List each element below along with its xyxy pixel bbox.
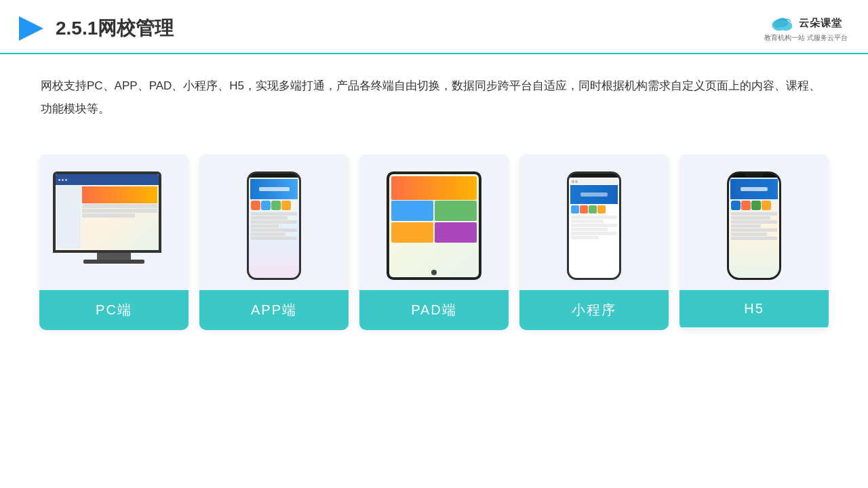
logo-cloud: 云朵课堂 xyxy=(770,14,842,32)
cloud-icon xyxy=(770,14,795,32)
card-h5-image xyxy=(679,155,829,290)
description: 网校支持PC、APP、PAD、小程序、H5，实现多端打通，产品各终端自由切换，数… xyxy=(0,54,868,134)
tablet-mockup xyxy=(387,171,481,280)
card-pad-image xyxy=(359,155,509,290)
svg-marker-0 xyxy=(19,16,43,41)
description-text: 网校支持PC、APP、PAD、小程序、H5，实现多端打通，产品各终端自由切换，数… xyxy=(41,75,827,121)
card-app: APP端 xyxy=(199,155,349,330)
card-miniapp-image xyxy=(519,155,669,290)
page-title: 2.5.1网校管理 xyxy=(56,16,174,41)
card-pc-label: PC端 xyxy=(39,290,189,330)
play-icon xyxy=(14,12,46,45)
header: 2.5.1网校管理 云朵课堂 教育机构一站 式服务云平台 xyxy=(0,0,868,54)
card-miniapp-label: 小程序 xyxy=(519,290,669,330)
logo-text: 云朵课堂 xyxy=(799,17,842,30)
phone-mockup-h5 xyxy=(727,171,781,280)
card-pc: PC端 xyxy=(39,155,189,330)
logo-area: 云朵课堂 教育机构一站 式服务云平台 xyxy=(764,14,848,43)
card-pad-label: PAD端 xyxy=(359,290,509,330)
miniapp-mockup xyxy=(567,171,621,280)
card-app-label: APP端 xyxy=(199,290,349,330)
card-h5-label: H5 xyxy=(679,290,829,327)
card-app-image xyxy=(199,155,349,290)
phone-mockup-app xyxy=(247,171,301,280)
svg-point-4 xyxy=(773,20,781,28)
card-pad: PAD端 xyxy=(359,155,509,330)
card-h5: H5 xyxy=(679,155,829,330)
header-left: 2.5.1网校管理 xyxy=(14,12,174,45)
card-pc-image xyxy=(39,155,189,290)
pc-mockup xyxy=(53,171,175,280)
logo-sub: 教育机构一站 式服务云平台 xyxy=(764,33,848,43)
card-miniapp: 小程序 xyxy=(519,155,669,330)
cards-container: PC端 xyxy=(0,141,868,344)
